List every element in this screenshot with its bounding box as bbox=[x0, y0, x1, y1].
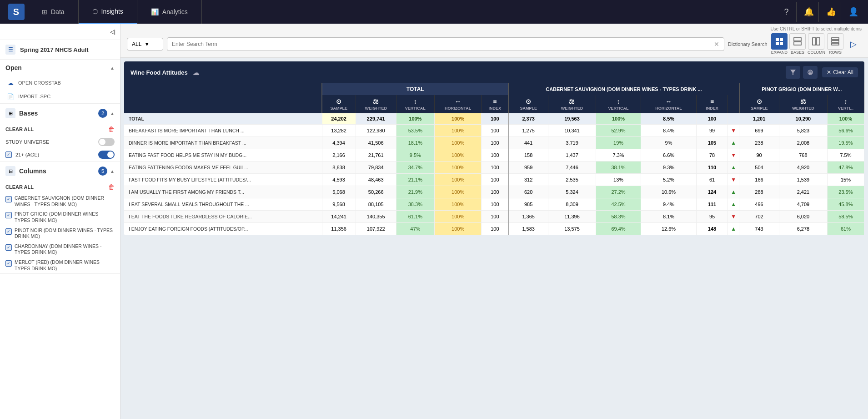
bases-label: BASES bbox=[791, 50, 804, 55]
open-section: Open ▲ ☁ OPEN CROSSTAB 📄 IMPORT .SPC bbox=[0, 60, 120, 104]
table-scroll[interactable]: TOTAL CABERNET SAUVIGNON (DOM DINNER WIN… bbox=[124, 83, 864, 235]
col-checkbox-3[interactable]: ✓ bbox=[5, 244, 12, 251]
base-age-21plus: ✓ 21+ (AGE) bbox=[0, 148, 120, 161]
col-checkbox-2[interactable]: ✓ bbox=[5, 228, 12, 235]
r2-c-index: 78 bbox=[696, 149, 728, 162]
nav-analytics[interactable]: 📊 Analytics bbox=[137, 0, 202, 24]
sidebar: ◁| ☰ Spring 2017 NHCS Adult Open ▲ ☁ OPE… bbox=[0, 24, 120, 419]
data-table: TOTAL CABERNET SAUVIGNON (DOM DINNER WIN… bbox=[124, 83, 864, 235]
top-toolbar: Use CNTRL or SHIFT to select multiple it… bbox=[120, 24, 868, 58]
search-input[interactable] bbox=[172, 41, 711, 47]
cabsauv-horizontal-header: ↔ HORIZONTAL bbox=[641, 95, 697, 113]
r3-c-arrow: ▲ bbox=[728, 162, 739, 174]
col-checkbox-4[interactable]: ✓ bbox=[5, 260, 12, 267]
r0-pg-weighted: 5,823 bbox=[779, 125, 827, 137]
table-area[interactable]: Wine Food Attitudes ☁ ✕ Clear All bbox=[120, 58, 868, 419]
r4-c-index: 61 bbox=[696, 174, 728, 186]
r4-c-sample: 312 bbox=[508, 174, 548, 186]
r3-t-weighted: 79,834 bbox=[356, 162, 396, 174]
view-column-wrap: COLUMN bbox=[808, 33, 825, 55]
cell-total-vertical: 100% bbox=[396, 113, 434, 125]
r3-t-horizontal: 100% bbox=[434, 162, 481, 174]
cabsauv-vertical-header: ↕ VERTICAL bbox=[596, 95, 641, 113]
row-label-header bbox=[124, 83, 322, 113]
r8-t-weighted: 107,922 bbox=[356, 223, 396, 235]
r5-t-weighted: 50,266 bbox=[356, 186, 396, 198]
cabsauv-arrow-header bbox=[728, 95, 739, 113]
top-navigation: S ⊞ Data ⬡ Insights 📊 Analytics ? 🔔 👍 👤 bbox=[0, 0, 868, 24]
filter-btn-2[interactable] bbox=[803, 66, 818, 79]
pinotgrigio-vertical-header: ↕ VERTI... bbox=[827, 95, 864, 113]
bases-delete-icon[interactable]: 🗑 bbox=[108, 126, 115, 133]
columns-delete-icon[interactable]: 🗑 bbox=[108, 183, 115, 191]
hint-text: Use CNTRL or SHIFT to select multiple it… bbox=[127, 26, 862, 31]
cabsauv-weighted-header: ⚖ WEIGHTED bbox=[548, 95, 596, 113]
table-clear-all-btn[interactable]: ✕ Clear All bbox=[822, 67, 858, 77]
r1-t-weighted: 41,506 bbox=[356, 137, 396, 149]
columns-header[interactable]: ⊟ Columns 5 ▲ bbox=[0, 162, 120, 181]
age-checkbox[interactable]: ✓ bbox=[5, 151, 12, 158]
r0-c-arrow: ▼ bbox=[728, 125, 739, 137]
sidebar-collapse-btn[interactable]: ◁| bbox=[0, 24, 120, 40]
nav-data[interactable]: ⊞ Data bbox=[28, 0, 79, 24]
study-universe-toggle[interactable] bbox=[98, 138, 115, 146]
row-label-5: I AM USUALLY THE FIRST AMONG MY FRIENDS … bbox=[124, 186, 322, 198]
r4-pg-sample: 166 bbox=[739, 174, 779, 186]
r4-c-weighted: 2,535 bbox=[548, 174, 596, 186]
bases-clear-all-row: CLEAR ALL 🗑 bbox=[0, 123, 120, 136]
app-logo[interactable]: S bbox=[5, 0, 28, 24]
cell-total-cab-weighted: 19,563 bbox=[548, 113, 596, 125]
filter-btn-1[interactable] bbox=[786, 66, 800, 79]
r0-t-vertical: 53.5% bbox=[396, 125, 434, 137]
r1-c-arrow: ▲ bbox=[728, 137, 739, 149]
clear-search-btn[interactable]: ✕ bbox=[714, 40, 719, 48]
bases-clear-all-text: CLEAR ALL bbox=[5, 126, 105, 132]
column-view-btn[interactable] bbox=[808, 33, 824, 50]
filter-dropdown[interactable]: ALL ▼ bbox=[127, 38, 163, 50]
profile-icon[interactable]: 👤 bbox=[843, 2, 863, 22]
import-spc[interactable]: 📄 IMPORT .SPC bbox=[0, 90, 120, 103]
r4-t-sample: 4,593 bbox=[322, 174, 356, 186]
svg-rect-5 bbox=[794, 42, 801, 45]
cabsauv-sample-header: ⊙ SAMPLE bbox=[508, 95, 548, 113]
r0-t-index: 100 bbox=[482, 125, 508, 137]
row-label-4: FAST FOOD FITS MY BUSY LIFESTYLE (ATTITU… bbox=[124, 174, 322, 186]
r2-pg-sample: 90 bbox=[739, 149, 779, 162]
col-checkbox-1[interactable]: ✓ bbox=[5, 212, 12, 218]
expand-btn[interactable] bbox=[771, 33, 788, 50]
r5-t-index: 100 bbox=[482, 186, 508, 198]
nav-insights[interactable]: ⬡ Insights bbox=[79, 0, 137, 24]
r6-pg-weighted: 4,709 bbox=[779, 198, 827, 211]
insights-icon: ⬡ bbox=[92, 8, 98, 15]
total-sample-header: ⊙ SAMPLE bbox=[322, 95, 356, 113]
r5-c-weighted: 5,324 bbox=[548, 186, 596, 198]
columns-chevron: ▲ bbox=[110, 169, 115, 174]
notification-icon[interactable]: 🔔 bbox=[799, 2, 819, 22]
r7-pg-vertical: 58.5% bbox=[827, 211, 864, 223]
bases-header[interactable]: ⊞ Bases 2 ▲ bbox=[0, 104, 120, 123]
export-btn[interactable]: ▷ bbox=[845, 36, 862, 52]
cell-total-cab-horizontal: 8.5% bbox=[641, 113, 697, 125]
col-checkbox-0[interactable]: ✓ bbox=[5, 196, 12, 202]
help-icon[interactable]: ? bbox=[777, 2, 797, 22]
rows-view-btn[interactable] bbox=[827, 33, 843, 50]
age-21-toggle[interactable] bbox=[98, 151, 115, 159]
bases-view-btn[interactable] bbox=[789, 33, 806, 50]
row-label-total: TOTAL bbox=[124, 113, 322, 125]
grid-icon: ⊞ bbox=[42, 8, 47, 15]
r8-pg-weighted: 6,278 bbox=[779, 223, 827, 235]
r6-t-index: 100 bbox=[482, 198, 508, 211]
col-item-3: ✓ CHARDONNAY (DOM DINNER WINES - TYPES D… bbox=[0, 242, 120, 257]
table-row-total: TOTAL 24,202 229,741 100% 100% 100 2,373… bbox=[124, 113, 864, 125]
like-icon[interactable]: 👍 bbox=[821, 2, 841, 22]
r6-pg-vertical: 45.8% bbox=[827, 198, 864, 211]
r5-c-index: 124 bbox=[696, 186, 728, 198]
pinotgrigio-sample-header: ⊙ SAMPLE bbox=[739, 95, 779, 113]
cloud-upload-icon[interactable]: ☁ bbox=[192, 68, 200, 77]
open-crosstab[interactable]: ☁ OPEN CROSSTAB bbox=[0, 76, 120, 90]
r3-c-weighted: 7,446 bbox=[548, 162, 596, 174]
open-header[interactable]: Open ▲ bbox=[0, 60, 120, 76]
total-group-header: TOTAL bbox=[322, 83, 508, 95]
r4-t-vertical: 21.1% bbox=[396, 174, 434, 186]
r0-pg-vertical: 56.6% bbox=[827, 125, 864, 137]
